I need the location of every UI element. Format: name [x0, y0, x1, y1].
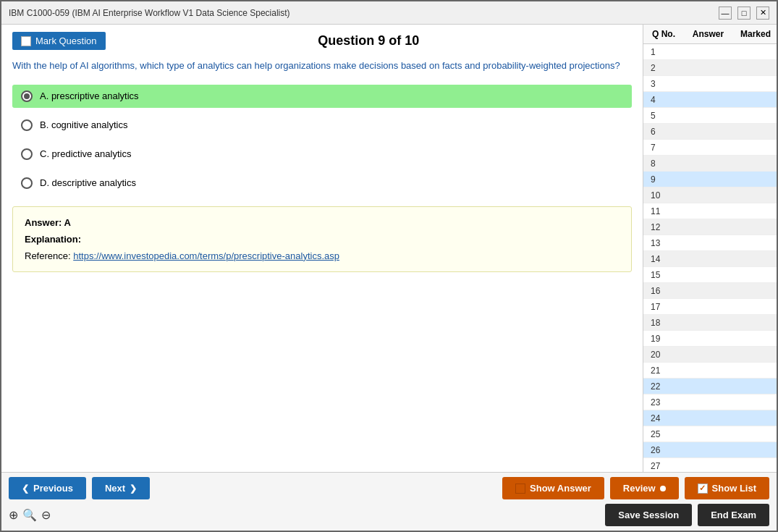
bottom-bar: Previous Next Show Answer Review Show Li… [1, 472, 777, 531]
chevron-right-icon [130, 483, 137, 494]
q-row-qno: 5 [643, 111, 676, 121]
mark-question-label: Mark Question [35, 35, 97, 46]
q-row-12[interactable]: 12 [643, 219, 777, 235]
q-row-qno: 10 [643, 190, 676, 200]
q-row-5[interactable]: 5 [643, 108, 777, 124]
top-bar: Mark Question Question 9 of 10 [12, 32, 632, 50]
left-panel: Mark Question Question 9 of 10 With the … [1, 25, 643, 472]
q-row-qno: 16 [643, 286, 676, 296]
q-row-13[interactable]: 13 [643, 235, 777, 251]
answer-box: Answer: A Explanation: Reference: https:… [12, 206, 632, 272]
zoom-in-button[interactable]: ⊕ [9, 508, 18, 522]
show-list-label: Show List [712, 483, 756, 494]
mark-checkbox-icon [21, 36, 31, 46]
q-row-17[interactable]: 17 [643, 299, 777, 315]
option-b-label: B. cognitive analytics [40, 119, 127, 130]
question-text: With the help of AI algorithms, which ty… [12, 59, 632, 73]
zoom-controls: ⊕ 🔍 ⊖ [9, 508, 51, 522]
nav-buttons-row: Previous Next Show Answer Review Show Li… [9, 477, 769, 499]
q-row-1[interactable]: 1 [643, 44, 777, 60]
q-row-8[interactable]: 8 [643, 156, 777, 172]
q-row-qno: 6 [643, 127, 676, 137]
q-row-qno: 9 [643, 174, 676, 185]
q-row-26[interactable]: 26 [643, 442, 777, 458]
q-row-22[interactable]: 22 [643, 379, 777, 394]
q-row-qno: 19 [643, 334, 676, 344]
maximize-button[interactable]: □ [737, 7, 750, 20]
option-d[interactable]: D. descriptive analytics [12, 172, 632, 195]
q-row-6[interactable]: 6 [643, 124, 777, 140]
explanation-label: Explanation: [25, 234, 620, 245]
chevron-left-icon [22, 483, 29, 494]
reference-line: Reference: https://www.investopedia.com/… [25, 250, 620, 261]
radio-a [21, 90, 33, 102]
q-row-3[interactable]: 3 [643, 76, 777, 92]
q-row-24[interactable]: 24 [643, 410, 777, 426]
q-row-qno: 26 [643, 445, 676, 455]
q-row-16[interactable]: 16 [643, 283, 777, 299]
right-panel: Q No. Answer Marked 1 2 3 4 5 6 [643, 25, 777, 472]
q-row-7[interactable]: 7 [643, 140, 777, 156]
q-row-qno: 3 [643, 79, 676, 89]
answer-text: Answer: A [25, 217, 620, 228]
q-row-14[interactable]: 14 [643, 251, 777, 267]
review-button[interactable]: Review [610, 477, 679, 499]
question-list: 1 2 3 4 5 6 7 8 [643, 44, 777, 472]
radio-d [21, 177, 33, 189]
q-row-2[interactable]: 2 [643, 60, 777, 76]
save-session-button[interactable]: Save Session [605, 504, 692, 526]
option-b[interactable]: B. cognitive analytics [12, 114, 632, 137]
end-exam-button[interactable]: End Exam [698, 504, 769, 526]
zoom-reset-button[interactable]: 🔍 [22, 508, 37, 522]
q-row-10[interactable]: 10 [643, 187, 777, 203]
reference-link[interactable]: https://www.investopedia.com/terms/p/pre… [73, 250, 339, 261]
q-row-20[interactable]: 20 [643, 347, 777, 363]
show-list-button[interactable]: Show List [685, 477, 769, 499]
show-answer-button[interactable]: Show Answer [502, 477, 604, 499]
q-row-9[interactable]: 9 [643, 172, 777, 187]
option-c[interactable]: C. predictive analytics [12, 143, 632, 166]
question-title: Question 9 of 10 [106, 33, 632, 48]
q-row-25[interactable]: 25 [643, 426, 777, 442]
q-row-21[interactable]: 21 [643, 363, 777, 379]
q-row-qno: 13 [643, 238, 676, 248]
show-answer-label: Show Answer [530, 483, 591, 494]
end-exam-label: End Exam [711, 510, 756, 520]
q-row-qno: 1 [643, 47, 676, 57]
review-label: Review [623, 483, 656, 494]
mark-question-button[interactable]: Mark Question [12, 32, 106, 50]
q-row-qno: 17 [643, 302, 676, 312]
option-a[interactable]: A. prescriptive analytics [12, 85, 632, 108]
q-row-15[interactable]: 15 [643, 267, 777, 283]
next-button[interactable]: Next [92, 477, 150, 499]
header-answer: Answer [679, 29, 737, 39]
option-a-label: A. prescriptive analytics [40, 90, 139, 101]
close-button[interactable]: ✕ [756, 7, 769, 20]
action-buttons-row: ⊕ 🔍 ⊖ Save Session End Exam [9, 504, 769, 526]
previous-button[interactable]: Previous [9, 477, 86, 499]
q-row-qno: 8 [643, 159, 676, 169]
panel-header: Q No. Answer Marked [643, 25, 777, 44]
q-row-qno: 24 [643, 413, 676, 423]
show-answer-checkbox-icon [515, 484, 525, 494]
q-row-19[interactable]: 19 [643, 331, 777, 347]
window-title: IBM C1000-059 (IBM AI Enterprise Workflo… [9, 8, 290, 18]
q-row-qno: 27 [643, 461, 676, 471]
q-row-qno: 23 [643, 397, 676, 408]
q-row-11[interactable]: 11 [643, 203, 777, 219]
q-row-qno: 2 [643, 63, 676, 73]
radio-b [21, 119, 33, 131]
q-row-18[interactable]: 18 [643, 315, 777, 331]
zoom-out-button[interactable]: ⊖ [41, 508, 51, 522]
reference-prefix: Reference: [25, 250, 73, 261]
header-qno: Q No. [646, 29, 679, 39]
header-marked: Marked [737, 29, 774, 39]
review-dot-icon [660, 486, 666, 491]
q-row-23[interactable]: 23 [643, 394, 777, 410]
q-row-qno: 20 [643, 350, 676, 360]
q-row-qno: 22 [643, 381, 676, 392]
q-row-4[interactable]: 4 [643, 92, 777, 108]
save-session-label: Save Session [618, 510, 679, 520]
minimize-button[interactable]: — [719, 7, 732, 20]
q-row-27[interactable]: 27 [643, 458, 777, 472]
